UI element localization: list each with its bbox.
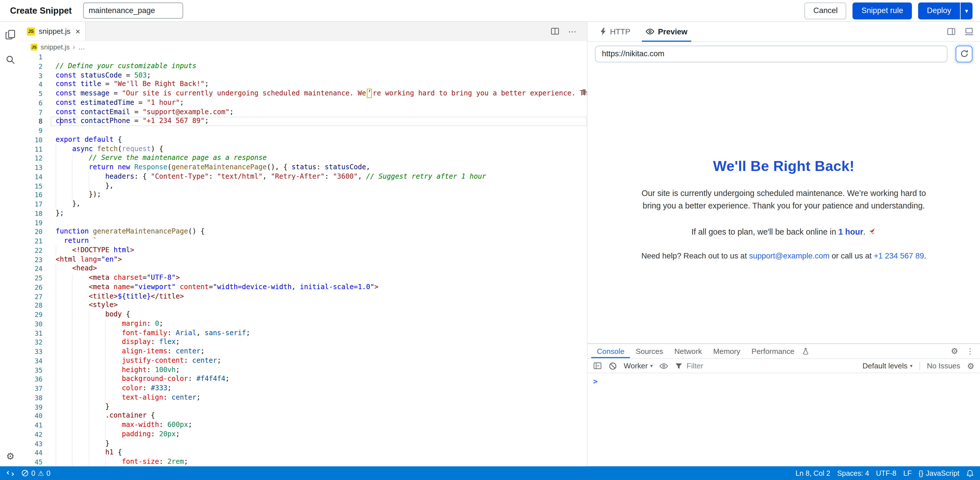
code-editor[interactable]: 1234567891011121314151617181920212223242… <box>21 52 587 466</box>
chevron-down-icon: ▾ <box>910 363 913 369</box>
more-actions-icon[interactable]: ⋯ <box>568 27 577 36</box>
error-count: 0 <box>31 469 35 477</box>
devtools-tab-console[interactable]: Console <box>591 344 630 358</box>
breadcrumb-ellipsis: … <box>78 43 85 51</box>
snippet-name-input[interactable] <box>83 3 183 19</box>
devtools-tab-performance[interactable]: Performance <box>746 344 800 358</box>
snippet-rule-button[interactable]: Snippet rule <box>853 2 912 19</box>
cursor-position[interactable]: Ln 8, Col 2 <box>795 469 830 477</box>
close-tab-icon[interactable]: × <box>75 27 80 36</box>
log-levels-dropdown[interactable]: Default levels▾ <box>862 361 913 370</box>
console-filter-input[interactable] <box>687 361 856 370</box>
console-sidebar-icon[interactable] <box>593 362 602 369</box>
status-bar: 0 ⚠ 0 Ln 8, Col 2 Spaces: 4 UTF-8 LF {}J… <box>0 466 980 480</box>
tab-preview[interactable]: Preview <box>639 22 694 41</box>
preview-url-input[interactable] <box>595 45 948 62</box>
editor-gutter: 1234567891011121314151617181920212223242… <box>21 52 51 466</box>
devtools-kebab-menu-icon[interactable]: ⋮ <box>966 347 974 356</box>
preview-eta-line: If all goes to plan, we'll be back onlin… <box>637 226 931 239</box>
remote-indicator-icon[interactable] <box>6 469 14 477</box>
preview-contact-line: Need help? Reach out to us at support@ex… <box>637 250 931 263</box>
support-email-link[interactable]: support@example.com <box>749 252 830 261</box>
preview-heading: We'll Be Right Back! <box>637 158 931 175</box>
javascript-file-icon: JS <box>27 27 35 35</box>
page-title: Create Snippet <box>10 6 72 16</box>
tab-http[interactable]: HTTP <box>594 22 637 41</box>
refresh-icon <box>960 49 969 58</box>
refresh-button[interactable] <box>956 45 972 62</box>
indentation-setting[interactable]: Spaces: 4 <box>837 469 869 477</box>
filter-funnel-icon <box>675 363 683 369</box>
javascript-file-icon: JS <box>31 43 38 50</box>
problems-indicator[interactable]: 0 ⚠ 0 <box>21 469 51 477</box>
devtools-tab-network[interactable]: Network <box>669 344 708 358</box>
console-context-dropdown[interactable]: Worker▾ <box>624 361 653 370</box>
settings-gear-icon[interactable]: ⚙ <box>6 451 14 462</box>
performance-insights-flask-icon[interactable] <box>800 344 811 358</box>
search-icon[interactable] <box>5 55 15 65</box>
console-toolbar: Worker▾ Default levels▾ No Issues <box>587 359 980 374</box>
split-view-icon[interactable] <box>947 27 956 36</box>
console-prompt-chevron: > <box>593 377 598 386</box>
eta-highlight: 1 hour <box>838 228 863 237</box>
toolbar-divider <box>920 362 920 370</box>
breadcrumb-file: snippet.js <box>41 43 70 51</box>
console-output[interactable]: > <box>587 373 980 466</box>
deploy-button[interactable]: Deploy <box>918 2 960 19</box>
split-editor-icon[interactable] <box>550 27 559 36</box>
issues-counter[interactable]: No Issues <box>927 361 960 370</box>
device-preview-icon[interactable] <box>964 27 974 36</box>
devtools-tabs-list: ConsoleSourcesNetworkMemoryPerformance <box>591 344 800 358</box>
language-mode[interactable]: {}JavaScript <box>919 469 959 477</box>
live-expression-eye-icon[interactable] <box>660 363 668 369</box>
eye-icon <box>645 28 654 35</box>
http-bolt-icon <box>600 27 606 36</box>
preview-message: Our site is currently undergoing schedul… <box>637 187 931 212</box>
deploy-dropdown-button[interactable]: ▾ <box>961 2 973 19</box>
tab-label: snippet.js <box>39 27 70 36</box>
editor-code[interactable]: // Define your customizable inputsconst … <box>51 52 587 466</box>
phone-link[interactable]: +1 234 567 89 <box>874 252 924 261</box>
eol-setting[interactable]: LF <box>903 469 912 477</box>
warnings-icon: ⚠ <box>38 469 44 477</box>
preview-content: We'll Be Right Back! Our site is current… <box>587 66 980 344</box>
preview-pane: HTTP Preview <box>587 22 980 466</box>
chevron-down-icon: ▾ <box>965 7 968 14</box>
preview-tab-bar: HTTP Preview <box>587 22 980 42</box>
console-settings-gear-icon[interactable]: ⚙ <box>967 361 975 371</box>
warning-count: 0 <box>46 469 50 477</box>
notifications-bell-icon[interactable] <box>966 469 974 477</box>
editor-tab-bar: JS snippet.js × ⋯ <box>21 22 587 41</box>
editor-activity-bar: ⚙ <box>0 22 21 466</box>
braces-icon: {} <box>919 469 923 477</box>
devtools-tab-bar: ConsoleSourcesNetworkMemoryPerformance ⚙… <box>587 344 980 359</box>
devtools-tab-sources[interactable]: Sources <box>630 344 668 358</box>
rocket-icon <box>868 228 876 236</box>
text-cursor <box>60 117 60 125</box>
breadcrumb[interactable]: JS snippet.js › … <box>21 41 587 52</box>
snippets-files-icon[interactable] <box>5 29 16 40</box>
devtools-tab-memory[interactable]: Memory <box>708 344 746 358</box>
editor-pane: ⚙ JS snippet.js × ⋯ <box>0 22 587 466</box>
chevron-down-icon: ▾ <box>651 363 653 369</box>
cancel-button[interactable]: Cancel <box>805 2 846 19</box>
devtools-settings-gear-icon[interactable]: ⚙ <box>951 347 958 356</box>
preview-url-bar <box>587 42 980 66</box>
console-filter[interactable] <box>675 361 856 370</box>
clear-console-icon[interactable] <box>609 362 617 370</box>
top-bar: Create Snippet Cancel Snippet rule Deplo… <box>0 0 980 22</box>
tab-snippet-js[interactable]: JS snippet.js × <box>21 22 86 41</box>
overview-ruler-marker <box>582 89 585 95</box>
create-snippet-window: Create Snippet Cancel Snippet rule Deplo… <box>0 0 980 480</box>
errors-icon <box>21 469 29 477</box>
encoding-setting[interactable]: UTF-8 <box>876 469 896 477</box>
breadcrumb-separator-icon: › <box>73 43 75 51</box>
deploy-split-button: Deploy ▾ <box>918 2 973 19</box>
devtools-panel: ConsoleSourcesNetworkMemoryPerformance ⚙… <box>587 344 980 466</box>
